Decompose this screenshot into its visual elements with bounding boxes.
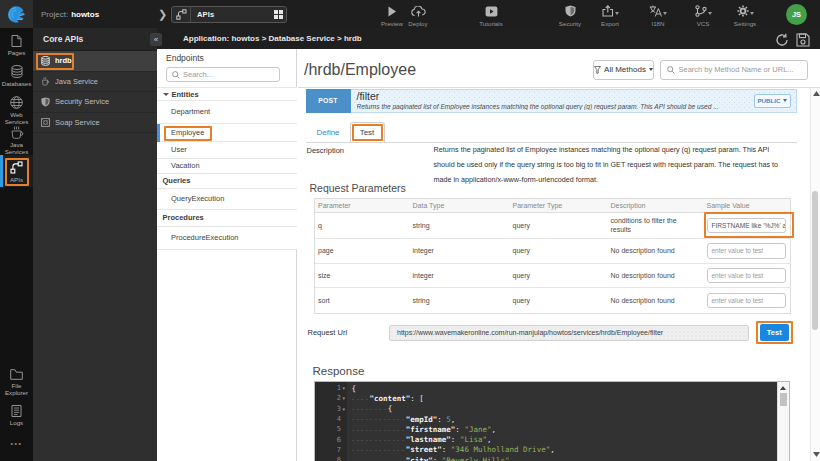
refresh-button[interactable] — [775, 33, 789, 47]
method-search-input[interactable]: Search by Method Name or URL... — [660, 60, 808, 81]
sample-value-input-size[interactable]: enter value to test — [707, 268, 787, 284]
description-label: Description — [307, 146, 345, 155]
tab-define[interactable]: Define — [312, 124, 344, 141]
request-url-input[interactable]: https://www.wavemakeronline.com/run-manj… — [389, 325, 749, 341]
user-avatar[interactable]: JS — [786, 4, 807, 25]
annotation-box-hrdb — [36, 53, 74, 70]
caret-down-icon — [750, 12, 754, 15]
tutorials-button[interactable]: Tutorials — [471, 5, 511, 27]
post-method-badge[interactable]: POST — [306, 89, 351, 114]
table-row-page: page integer query No description found … — [315, 239, 790, 264]
deploy-button[interactable]: Deploy — [398, 5, 438, 27]
search-icon — [667, 66, 675, 74]
rail-item-java-services[interactable]: JavaServices — [0, 126, 33, 155]
sample-value-input-sort[interactable]: enter value to test — [707, 293, 787, 309]
code-line-number: 2▾ — [315, 393, 347, 403]
apis-icon — [10, 161, 23, 174]
method-summary: Returns the paginated list of Employee i… — [357, 103, 747, 110]
response-code-editor[interactable]: 1▾2▾3▾45678 { "content": [ { "empId": 5,… — [314, 381, 790, 461]
shield-icon — [41, 97, 50, 106]
param-description: conditions to filter theresults — [611, 216, 677, 234]
sidebar-item-soap-service[interactable]: Soap Service — [33, 113, 157, 134]
code-line: { — [347, 383, 777, 393]
globe-icon — [10, 96, 23, 109]
rail-item-databases[interactable]: Databases — [0, 65, 33, 87]
filter-icon — [594, 66, 601, 74]
shield-icon — [565, 5, 576, 17]
rail-item-apis-content[interactable]: APIs — [0, 161, 33, 183]
code-line-number: 4 — [315, 414, 347, 424]
annotation-box-test-button — [756, 321, 794, 345]
save-icon — [796, 33, 810, 47]
rail-item-logs[interactable]: Logs — [0, 405, 33, 426]
breadcrumb[interactable]: Application: howtos > Database Service >… — [183, 28, 362, 49]
code-line: { — [347, 404, 777, 414]
gear-icon — [737, 5, 754, 17]
search-icon — [172, 71, 180, 79]
refresh-icon — [775, 33, 789, 47]
endpoint-item-department[interactable]: Department — [157, 101, 297, 124]
methods-filter-dropdown[interactable]: All Methods — [593, 60, 654, 81]
scrollbar-thumb[interactable] — [780, 393, 787, 406]
code-line: "empId": 5, — [347, 414, 777, 424]
wavemaker-studio: Project: howtos ❯ APIs — [0, 0, 820, 461]
triangle-down-icon — [163, 93, 169, 96]
sidebar-item-java-service[interactable]: Java Service — [33, 72, 157, 93]
description-text: Returns the paginated list of Employee i… — [434, 142, 779, 187]
sample-value-input-page[interactable]: enter value to test — [707, 243, 787, 259]
log-file-icon — [11, 405, 22, 417]
method-path: /filter — [357, 90, 380, 102]
code-line: "street": "346 Mulholland Drive", — [347, 445, 777, 455]
rail-item-file-explorer[interactable]: FileExplorer — [0, 369, 33, 396]
cloud-upload-icon — [411, 5, 426, 17]
wavemaker-logo[interactable] — [0, 0, 33, 28]
endpoint-item-query-execution[interactable]: QueryExecution — [157, 189, 297, 210]
code-line: "firstname": "Jane", — [347, 424, 777, 434]
security-button[interactable]: Security — [550, 5, 590, 27]
endpoint-item-user[interactable]: User — [157, 142, 297, 159]
export-button[interactable]: Export — [590, 5, 630, 27]
visibility-dropdown[interactable]: PUBLIC — [754, 94, 791, 108]
wavemaker-logo-icon — [7, 5, 26, 24]
scroll-up-arrow[interactable] — [779, 384, 787, 391]
scroll-down-arrow[interactable] — [813, 452, 820, 457]
page-icon — [11, 35, 22, 47]
code-line-number: 8 — [315, 455, 347, 461]
vcs-button[interactable]: VCS — [683, 5, 723, 27]
settings-button[interactable]: Settings — [725, 5, 765, 27]
apis-workspace-tab[interactable]: APIs — [171, 6, 287, 23]
code-line-number: 5 — [315, 424, 347, 434]
apis-connector-icon — [172, 7, 191, 22]
play-icon — [387, 5, 397, 17]
code-line: "lastname": "Lisa", — [347, 434, 777, 444]
endpoint-item-procedure-execution[interactable]: ProcedureExecution — [157, 227, 297, 250]
save-button[interactable] — [796, 33, 810, 47]
grid-icon[interactable] — [274, 10, 283, 19]
i18n-button[interactable]: I18N — [638, 5, 678, 27]
endpoints-section-procedures[interactable]: Procedures — [157, 210, 297, 227]
search-placeholder: Search by Method Name or URL... — [679, 65, 794, 74]
coffee-cup-icon — [41, 77, 50, 86]
rail-item-pages[interactable]: Pages — [0, 35, 33, 56]
endpoints-section-entities[interactable]: Entities — [157, 87, 297, 101]
sidebar-collapse-button[interactable]: « — [150, 33, 162, 46]
code-line-number: 3▾ — [315, 404, 347, 414]
request-url-label: Request Url — [308, 328, 348, 337]
endpoints-search-input[interactable]: Search... — [166, 67, 280, 82]
rail-overflow-dots[interactable]: ••• — [0, 440, 33, 447]
rail-item-web-services[interactable]: WebServices — [0, 96, 33, 125]
endpoints-section-queries[interactable]: Queries — [157, 174, 297, 190]
scrollbar-thumb[interactable] — [812, 191, 819, 330]
rail-item-label: FileExplorer — [2, 382, 32, 396]
code-scrollbar[interactable] — [777, 382, 789, 461]
endpoint-item-vacation[interactable]: Vacation — [157, 159, 297, 174]
table-header-row: Parameter Data Type Parameter Type Descr… — [315, 199, 790, 213]
scroll-up-arrow[interactable] — [813, 91, 820, 96]
sidebar-item-security-service[interactable]: Security Service — [33, 92, 157, 113]
caret-down-icon — [649, 68, 653, 71]
endpoint-selected-indicator — [157, 124, 160, 142]
project-label: Project: howtos — [41, 0, 99, 28]
table-row-size: size integer query No description found … — [315, 264, 790, 289]
rail-item-label: WebServices — [2, 111, 32, 125]
soap-service-icon — [41, 118, 50, 127]
